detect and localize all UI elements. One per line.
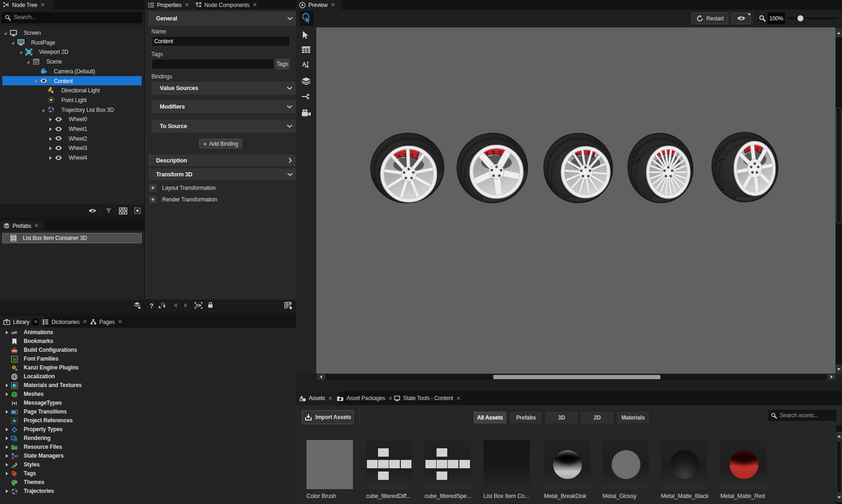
svg-text:Tr: Tr xyxy=(13,357,17,362)
